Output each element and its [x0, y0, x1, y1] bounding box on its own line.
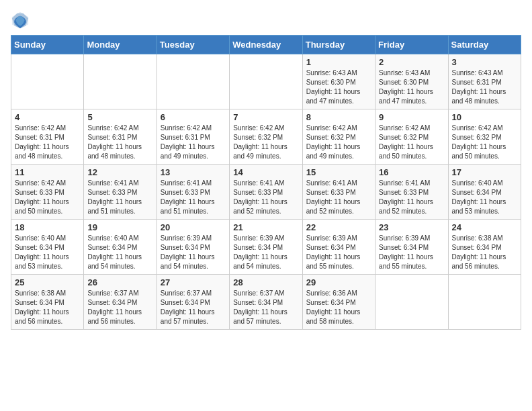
week-row-4: 18Sunrise: 6:40 AM Sunset: 6:34 PM Dayli…: [11, 220, 521, 275]
day-number: 5: [87, 112, 152, 122]
calendar-cell: 20Sunrise: 6:39 AM Sunset: 6:34 PM Dayli…: [157, 220, 229, 275]
day-number: 26: [87, 277, 152, 287]
logo-icon: [11, 11, 30, 30]
calendar-cell: 24Sunrise: 6:38 AM Sunset: 6:34 PM Dayli…: [448, 220, 521, 275]
day-info: Sunrise: 6:39 AM Sunset: 6:34 PM Dayligh…: [379, 234, 444, 271]
day-number: 17: [452, 167, 517, 177]
day-info: Sunrise: 6:38 AM Sunset: 6:34 PM Dayligh…: [452, 234, 517, 271]
day-header-tuesday: Tuesday: [157, 36, 229, 54]
day-number: 22: [306, 222, 371, 232]
calendar-cell: 6Sunrise: 6:42 AM Sunset: 6:31 PM Daylig…: [157, 109, 229, 165]
day-header-thursday: Thursday: [302, 36, 375, 54]
calendar-cell: 29Sunrise: 6:36 AM Sunset: 6:34 PM Dayli…: [302, 275, 375, 330]
day-number: 8: [306, 112, 371, 122]
calendar-table: SundayMondayTuesdayWednesdayThursdayFrid…: [11, 35, 521, 330]
day-info: Sunrise: 6:38 AM Sunset: 6:34 PM Dayligh…: [15, 289, 80, 326]
day-info: Sunrise: 6:39 AM Sunset: 6:34 PM Dayligh…: [306, 234, 371, 271]
day-number: 29: [306, 277, 371, 287]
calendar-cell: [11, 54, 84, 109]
week-row-1: 1Sunrise: 6:43 AM Sunset: 6:30 PM Daylig…: [11, 54, 521, 109]
day-number: 25: [15, 277, 80, 287]
calendar-cell: 13Sunrise: 6:41 AM Sunset: 6:33 PM Dayli…: [157, 165, 229, 220]
day-info: Sunrise: 6:42 AM Sunset: 6:32 PM Dayligh…: [233, 124, 298, 161]
calendar-cell: 21Sunrise: 6:39 AM Sunset: 6:34 PM Dayli…: [230, 220, 302, 275]
day-info: Sunrise: 6:43 AM Sunset: 6:30 PM Dayligh…: [379, 68, 444, 106]
calendar-cell: 15Sunrise: 6:41 AM Sunset: 6:33 PM Dayli…: [302, 165, 375, 220]
calendar-cell: 1Sunrise: 6:43 AM Sunset: 6:30 PM Daylig…: [302, 54, 375, 109]
day-number: 21: [233, 222, 298, 232]
calendar-cell: 7Sunrise: 6:42 AM Sunset: 6:32 PM Daylig…: [230, 109, 302, 165]
calendar-cell: 26Sunrise: 6:37 AM Sunset: 6:34 PM Dayli…: [84, 275, 157, 330]
day-info: Sunrise: 6:40 AM Sunset: 6:34 PM Dayligh…: [15, 234, 80, 271]
calendar-cell: [84, 54, 157, 109]
day-info: Sunrise: 6:42 AM Sunset: 6:31 PM Dayligh…: [161, 124, 226, 161]
calendar-cell: [230, 54, 302, 109]
day-info: Sunrise: 6:42 AM Sunset: 6:32 PM Dayligh…: [452, 124, 517, 161]
day-number: 15: [306, 167, 371, 177]
calendar-cell: 12Sunrise: 6:41 AM Sunset: 6:33 PM Dayli…: [84, 165, 157, 220]
day-info: Sunrise: 6:40 AM Sunset: 6:34 PM Dayligh…: [452, 179, 517, 216]
calendar-cell: 9Sunrise: 6:42 AM Sunset: 6:32 PM Daylig…: [375, 109, 448, 165]
day-number: 20: [161, 222, 226, 232]
day-info: Sunrise: 6:37 AM Sunset: 6:34 PM Dayligh…: [87, 289, 152, 326]
day-number: 16: [379, 167, 444, 177]
day-number: 1: [306, 57, 371, 67]
calendar-cell: [375, 275, 448, 330]
day-header-friday: Friday: [375, 36, 448, 54]
calendar-cell: 18Sunrise: 6:40 AM Sunset: 6:34 PM Dayli…: [11, 220, 84, 275]
day-info: Sunrise: 6:43 AM Sunset: 6:31 PM Dayligh…: [452, 68, 517, 106]
calendar-cell: 5Sunrise: 6:42 AM Sunset: 6:31 PM Daylig…: [84, 109, 157, 165]
day-info: Sunrise: 6:39 AM Sunset: 6:34 PM Dayligh…: [161, 234, 226, 271]
calendar-cell: 11Sunrise: 6:42 AM Sunset: 6:33 PM Dayli…: [11, 165, 84, 220]
day-number: 4: [15, 112, 80, 122]
day-info: Sunrise: 6:41 AM Sunset: 6:33 PM Dayligh…: [379, 179, 444, 216]
week-row-3: 11Sunrise: 6:42 AM Sunset: 6:33 PM Dayli…: [11, 165, 521, 220]
day-info: Sunrise: 6:42 AM Sunset: 6:31 PM Dayligh…: [15, 124, 80, 161]
day-number: 24: [452, 222, 517, 232]
day-number: 2: [379, 57, 444, 67]
logo: [11, 11, 32, 30]
day-number: 14: [233, 167, 298, 177]
calendar-cell: 28Sunrise: 6:37 AM Sunset: 6:34 PM Dayli…: [230, 275, 302, 330]
day-header-sunday: Sunday: [11, 36, 84, 54]
day-number: 11: [15, 167, 80, 177]
day-info: Sunrise: 6:36 AM Sunset: 6:34 PM Dayligh…: [306, 289, 371, 326]
calendar-cell: 2Sunrise: 6:43 AM Sunset: 6:30 PM Daylig…: [375, 54, 448, 109]
day-info: Sunrise: 6:40 AM Sunset: 6:34 PM Dayligh…: [87, 234, 152, 271]
day-number: 27: [161, 277, 226, 287]
day-info: Sunrise: 6:42 AM Sunset: 6:32 PM Dayligh…: [379, 124, 444, 161]
day-info: Sunrise: 6:41 AM Sunset: 6:33 PM Dayligh…: [233, 179, 298, 216]
day-number: 19: [87, 222, 152, 232]
day-header-monday: Monday: [84, 36, 157, 54]
day-number: 10: [452, 112, 517, 122]
day-info: Sunrise: 6:42 AM Sunset: 6:32 PM Dayligh…: [306, 124, 371, 161]
day-number: 9: [379, 112, 444, 122]
calendar-cell: 22Sunrise: 6:39 AM Sunset: 6:34 PM Dayli…: [302, 220, 375, 275]
day-info: Sunrise: 6:42 AM Sunset: 6:33 PM Dayligh…: [15, 179, 80, 216]
day-number: 12: [87, 167, 152, 177]
day-info: Sunrise: 6:37 AM Sunset: 6:34 PM Dayligh…: [233, 289, 298, 326]
day-info: Sunrise: 6:41 AM Sunset: 6:33 PM Dayligh…: [161, 179, 226, 216]
day-info: Sunrise: 6:37 AM Sunset: 6:34 PM Dayligh…: [161, 289, 226, 326]
week-row-5: 25Sunrise: 6:38 AM Sunset: 6:34 PM Dayli…: [11, 275, 521, 330]
day-info: Sunrise: 6:42 AM Sunset: 6:31 PM Dayligh…: [87, 124, 152, 161]
day-info: Sunrise: 6:39 AM Sunset: 6:34 PM Dayligh…: [233, 234, 298, 271]
day-info: Sunrise: 6:41 AM Sunset: 6:33 PM Dayligh…: [306, 179, 371, 216]
days-header-row: SundayMondayTuesdayWednesdayThursdayFrid…: [11, 36, 521, 54]
calendar-cell: [448, 275, 521, 330]
calendar-cell: [157, 54, 229, 109]
day-info: Sunrise: 6:41 AM Sunset: 6:33 PM Dayligh…: [87, 179, 152, 216]
calendar-cell: 3Sunrise: 6:43 AM Sunset: 6:31 PM Daylig…: [448, 54, 521, 109]
calendar-cell: 23Sunrise: 6:39 AM Sunset: 6:34 PM Dayli…: [375, 220, 448, 275]
calendar-cell: 10Sunrise: 6:42 AM Sunset: 6:32 PM Dayli…: [448, 109, 521, 165]
day-header-saturday: Saturday: [448, 36, 521, 54]
calendar-cell: 25Sunrise: 6:38 AM Sunset: 6:34 PM Dayli…: [11, 275, 84, 330]
calendar-cell: 8Sunrise: 6:42 AM Sunset: 6:32 PM Daylig…: [302, 109, 375, 165]
calendar-cell: 17Sunrise: 6:40 AM Sunset: 6:34 PM Dayli…: [448, 165, 521, 220]
day-number: 6: [161, 112, 226, 122]
day-number: 23: [379, 222, 444, 232]
calendar-cell: 27Sunrise: 6:37 AM Sunset: 6:34 PM Dayli…: [157, 275, 229, 330]
page-header: [11, 11, 521, 30]
day-number: 28: [233, 277, 298, 287]
calendar-cell: 16Sunrise: 6:41 AM Sunset: 6:33 PM Dayli…: [375, 165, 448, 220]
